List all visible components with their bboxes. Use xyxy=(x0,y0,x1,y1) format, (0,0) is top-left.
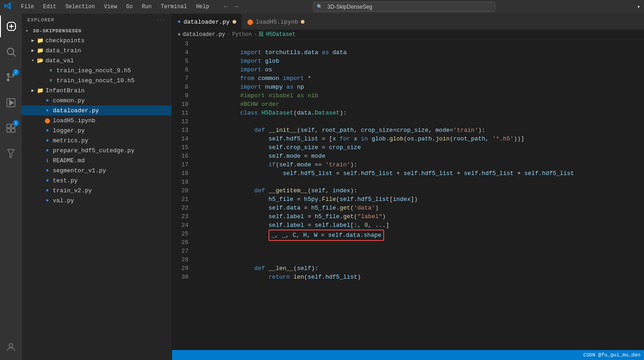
code-line-27 xyxy=(198,247,635,255)
svg-rect-7 xyxy=(7,129,10,132)
sidebar-item-train-v2[interactable]: ▶ ● train_v2.py xyxy=(22,185,172,195)
root-folder[interactable]: ▾ 3D-SKIPDENSESEG xyxy=(22,26,172,35)
code-editor[interactable]: 3 4 5 6 7 8 9 10 11 12 13 14 15 16 17 18 xyxy=(172,40,644,350)
activity-explorer[interactable] xyxy=(0,15,22,37)
dataloader-py-arrow: ▶ xyxy=(36,108,44,113)
metrics-py-arrow: ▶ xyxy=(36,138,44,143)
code-lines: import torchutils.data as data import gl… xyxy=(194,40,644,350)
train-v2-icon: ● xyxy=(44,187,51,194)
breadcrumb-class[interactable]: H5Dataset xyxy=(266,31,295,38)
menu-edit[interactable]: Edit xyxy=(40,3,60,11)
sidebar-item-dataloader-py[interactable]: ▶ ● dataloader.py xyxy=(22,105,172,115)
svg-point-9 xyxy=(9,344,13,347)
breadcrumb-file-icon: ● xyxy=(177,31,181,38)
common-py-icon: ● xyxy=(44,97,51,104)
menu-run[interactable]: Run xyxy=(138,3,156,11)
readme-label: README.md xyxy=(53,157,85,164)
h5-10-label: train_iseg_nocut_10.h5 xyxy=(56,77,135,84)
common-py-label: common.py xyxy=(53,97,85,104)
activity-bar: 2 1 xyxy=(0,14,22,360)
sidebar-item-segmentor[interactable]: ▶ ● segmentor_v1.py xyxy=(22,165,172,175)
val-py-icon: ● xyxy=(44,197,51,204)
loadH5-icon: ⬤ xyxy=(44,117,51,124)
activity-source-control[interactable]: 2 xyxy=(0,66,22,88)
h5-9-arrow: ▶ xyxy=(40,68,47,73)
sidebar-item-readme[interactable]: ▶ ℹ README.md xyxy=(22,155,172,165)
readme-icon: ℹ xyxy=(44,157,51,164)
segmentor-label: segmentor_v1.py xyxy=(53,167,106,174)
prepare-hdf5-label: prepare_hdf5_cutedge.py xyxy=(53,147,134,154)
activity-search[interactable] xyxy=(0,41,22,63)
h5-9-icon: ≡ xyxy=(47,67,55,74)
dropdown-arrow[interactable]: ▾ xyxy=(637,3,640,10)
code-content: 3 4 5 6 7 8 9 10 11 12 13 14 15 16 17 18 xyxy=(172,40,644,350)
breadcrumb: ● dataloader.py › Python › ⛓ H5Dataset xyxy=(172,30,644,40)
activity-testing[interactable] xyxy=(0,143,22,165)
activity-extensions[interactable]: 1 xyxy=(0,117,22,139)
breadcrumb-sep-2: › xyxy=(254,31,257,38)
back-button[interactable]: ← xyxy=(222,3,230,11)
code-line-3: import torchutils.data as data xyxy=(198,40,635,48)
menu-file[interactable]: File xyxy=(17,3,38,11)
menu-view[interactable]: View xyxy=(100,3,121,11)
tab-dataloader-py-icon: ● xyxy=(177,19,181,25)
menu-terminal[interactable]: Terminal xyxy=(157,3,191,11)
tab-loadH5-ipynb[interactable]: ⬤ loadH5.ipynb xyxy=(242,14,310,30)
test-py-icon: ● xyxy=(44,177,51,184)
sidebar-item-metrics-py[interactable]: ▶ ● metrics.py xyxy=(22,135,172,145)
svg-rect-8 xyxy=(11,129,15,132)
activity-accounts[interactable] xyxy=(0,336,22,358)
titlebar: File Edit Selection View Go Run Terminal… xyxy=(0,0,644,14)
sidebar-item-test-py[interactable]: ▶ ● test.py xyxy=(22,175,172,185)
tab-loadH5-modified xyxy=(301,20,304,24)
infant-brain-arrow: ▶ xyxy=(29,88,36,93)
loadH5-label: loadH5.ipynb xyxy=(53,117,96,124)
dataloader-py-icon: ● xyxy=(44,107,51,114)
metrics-py-icon: ● xyxy=(44,137,51,144)
menu-help[interactable]: Help xyxy=(193,3,213,11)
metrics-py-label: metrics.py xyxy=(53,137,88,144)
root-arrow: ▾ xyxy=(25,28,33,34)
loadH5-arrow: ▶ xyxy=(36,118,44,123)
dataloader-py-label: dataloader.py xyxy=(53,107,99,114)
sidebar-item-h5-10[interactable]: ▶ ≡ train_iseg_nocut_10.h5 xyxy=(22,75,172,85)
breadcrumb-file[interactable]: dataloader.py xyxy=(183,31,225,38)
sidebar-item-common-py[interactable]: ▶ ● common.py xyxy=(22,95,172,105)
sidebar-item-loadH5-ipynb[interactable]: ▶ ⬤ loadH5.ipynb xyxy=(22,115,172,125)
activity-run[interactable] xyxy=(0,92,22,114)
segmentor-icon: ● xyxy=(44,167,51,174)
sidebar-item-data-val[interactable]: ▾ 📂 data_val xyxy=(22,55,172,65)
forward-button[interactable]: → xyxy=(232,3,240,11)
menu-go[interactable]: Go xyxy=(122,3,136,11)
sidebar-item-infant-brain[interactable]: ▶ 📁 InfantBrain xyxy=(22,85,172,95)
explorer-menu-dots[interactable]: ··· xyxy=(156,17,166,23)
logger-py-icon: ● xyxy=(44,127,51,134)
val-py-label: val.py xyxy=(53,197,74,204)
logger-py-label: logger.py xyxy=(53,127,85,134)
tab-dataloader-py[interactable]: ● dataloader.py xyxy=(172,14,242,30)
tab-bar: ● dataloader.py ⬤ loadH5.ipynb xyxy=(172,14,644,30)
infant-brain-label: InfantBrain xyxy=(46,87,85,94)
status-csdn: CSDN @fu_gui_mu_dan xyxy=(583,352,640,358)
search-input[interactable] xyxy=(313,2,495,12)
breadcrumb-section[interactable]: Python xyxy=(232,31,252,38)
menu-selection[interactable]: Selection xyxy=(62,3,99,11)
data-train-label: data_train xyxy=(46,47,81,54)
prepare-hdf5-arrow: ▶ xyxy=(36,148,44,153)
sidebar-item-data-train[interactable]: ▶ 📁 data_train xyxy=(22,45,172,55)
test-py-arrow: ▶ xyxy=(36,178,44,183)
sidebar-item-prepare-hdf5[interactable]: ▶ ● prepare_hdf5_cutedge.py xyxy=(22,145,172,155)
tab-dataloader-modified xyxy=(233,20,236,24)
infant-brain-folder-icon: 📁 xyxy=(36,87,44,94)
prepare-hdf5-icon: ● xyxy=(44,147,51,154)
sidebar-item-h5-9[interactable]: ▶ ≡ train_iseg_nocut_9.h5 xyxy=(22,65,172,75)
code-line-26 xyxy=(198,238,635,247)
sidebar-item-logger-py[interactable]: ▶ ● logger.py xyxy=(22,125,172,135)
svg-line-1 xyxy=(13,54,16,57)
source-control-badge: 2 xyxy=(13,69,19,75)
sidebar-item-checkpoints[interactable]: ▶ 📁 checkpoints xyxy=(22,35,172,45)
code-line-12: def __init__(self, root_path, crop_size=… xyxy=(198,117,635,126)
titlebar-right: ▾ xyxy=(637,3,640,10)
breadcrumb-sep-1: › xyxy=(227,31,230,38)
sidebar-item-val-py[interactable]: ▶ ● val.py xyxy=(22,195,172,205)
